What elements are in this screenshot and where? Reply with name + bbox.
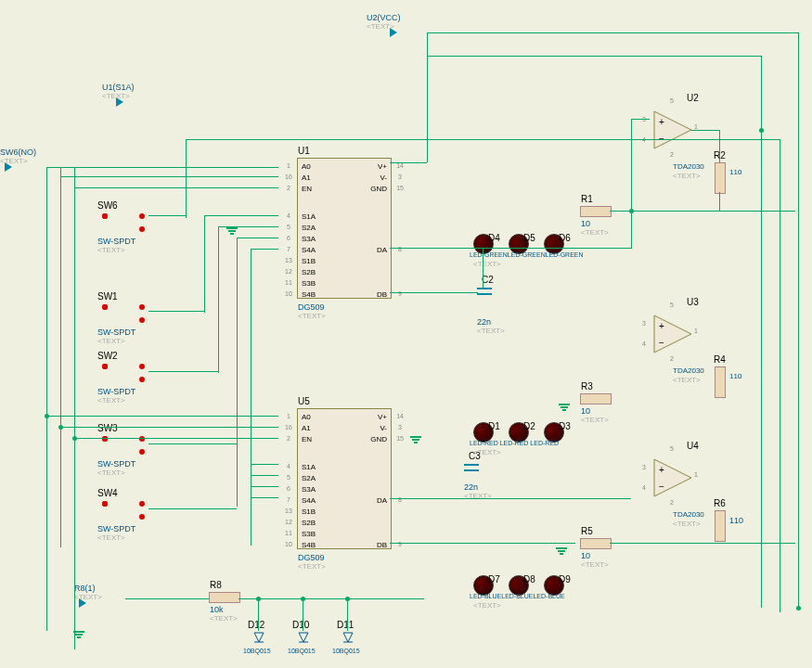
switch-sw1[interactable]: SW1 SW-SPDT <TEXT>: [102, 304, 158, 323]
resistor-r2[interactable]: R2 110: [715, 162, 726, 194]
switch-sw4[interactable]: SW4 SW-SPDT <TEXT>: [102, 501, 158, 520]
wire: [631, 119, 650, 120]
led-ref: D9: [559, 574, 571, 584]
wire: [237, 238, 278, 238]
terminal-label: SW6(NO): [0, 148, 36, 157]
placeholder: <TEXT>: [473, 601, 501, 610]
diode-d12[interactable]: D12 10BQ015: [252, 631, 265, 648]
wire: [148, 215, 186, 216]
ic-part: DG509: [298, 553, 325, 562]
svg-marker-11: [299, 633, 308, 642]
res-ref: R6: [714, 498, 726, 508]
terminal-r8-1[interactable]: R8(1) <TEXT>: [79, 598, 125, 610]
diode-d11[interactable]: D11 10BQ015: [342, 631, 354, 648]
pin-label: S2B: [302, 519, 316, 527]
terminal-sw6no[interactable]: SW6(NO) <TEXT>: [5, 162, 51, 173]
junction: [72, 436, 77, 441]
switch-sw2[interactable]: SW2 SW-SPDT <TEXT>: [102, 364, 158, 382]
pin-label: GND: [370, 435, 387, 443]
ic-part: DG509: [298, 302, 325, 312]
resistor-r8[interactable]: R8 10k <TEXT>: [209, 592, 240, 603]
led-part-row2: LED-RED LED-RED LED-RED: [470, 440, 559, 446]
switch-sw6[interactable]: SW6 SW-SPDT <TEXT>: [102, 213, 158, 232]
diode-d10[interactable]: D10 10BQ015: [297, 631, 310, 648]
wire: [719, 130, 720, 162]
pin-label: V+: [378, 413, 387, 421]
placeholder: <TEXT>: [97, 533, 125, 542]
opamp-u2[interactable]: +− U2 34 52 1 TDA2030 <TEXT>: [650, 107, 696, 153]
ic-u1[interactable]: U1 A0 1 A1 16 EN 2 V+ 14 V- 3 GND 15 S1A…: [297, 158, 392, 299]
placeholder: <TEXT>: [97, 337, 125, 345]
pin-label: EN: [302, 435, 312, 443]
pin-label: A0: [302, 162, 311, 171]
res-value: 10: [581, 551, 590, 560]
cap-c2[interactable]: C2 22n <TEXT>: [477, 288, 492, 291]
svg-text:+: +: [659, 465, 664, 475]
diode-part: 10BQ015: [332, 648, 360, 654]
cap-c3[interactable]: C3 22n <TEXT>: [464, 464, 479, 468]
cap-value: 22n: [464, 482, 478, 492]
resistor-r6[interactable]: R6 110: [715, 510, 726, 542]
switch-part: SW-SPDT: [97, 237, 135, 246]
diode-part: 10BQ015: [243, 648, 271, 654]
wire: [186, 139, 187, 218]
placeholder: <TEXT>: [581, 416, 609, 424]
res-value: 110: [729, 372, 741, 380]
pin-label: S3A: [302, 235, 316, 243]
pin-label: S4B: [302, 541, 316, 549]
opamp-u4[interactable]: +− U4 34 52 1 TDA2030 <TEXT>: [650, 455, 696, 501]
switch-sw3[interactable]: SW3 SW-SPDT <TEXT>: [102, 436, 158, 455]
pin-label: S4B: [302, 290, 316, 299]
led-ref: D6: [559, 233, 571, 243]
placeholder: <TEXT>: [581, 560, 609, 569]
pin-label: A1: [302, 424, 311, 432]
pin-label: S1A: [302, 463, 316, 471]
terminal-u1s1a[interactable]: U1(S1A) <TEXT>: [116, 97, 162, 109]
res-ref: R3: [581, 381, 593, 392]
wire: [483, 248, 483, 289]
opamp-part: TDA2030: [673, 366, 704, 375]
wire: [303, 598, 303, 631]
pin-label: GND: [370, 185, 387, 193]
gnd-symbol: [406, 436, 425, 447]
led-ref: D5: [523, 233, 535, 243]
resistor-r5[interactable]: R5 10 <TEXT>: [580, 538, 612, 549]
led-ref: D8: [523, 574, 535, 584]
pin-label: S2A: [302, 224, 316, 232]
placeholder: <TEXT>: [581, 228, 609, 237]
switch-ref: SW1: [97, 291, 118, 302]
terminal-u2vcc[interactable]: U2(VCC) <TEXT>: [390, 28, 436, 39]
wire: [186, 139, 780, 140]
switch-ref: SW4: [97, 488, 118, 498]
placeholder: <TEXT>: [210, 614, 238, 623]
wire: [390, 292, 478, 293]
pin-label: V-: [380, 173, 387, 182]
placeholder: <TEXT>: [102, 92, 130, 100]
junction: [345, 597, 350, 601]
junction: [759, 128, 764, 133]
led-part-row1: LED-GREENLED-GREENLED-GREEN: [470, 251, 584, 258]
resistor-r1[interactable]: R1 10 <TEXT>: [580, 206, 612, 217]
wire: [631, 139, 650, 140]
schematic-canvas[interactable]: U2(VCC) <TEXT> U1(S1A) <TEXT> SW6(NO) <T…: [0, 0, 812, 668]
placeholder: <TEXT>: [298, 562, 326, 571]
wire: [60, 427, 278, 428]
wire: [251, 249, 278, 250]
placeholder: <TEXT>: [97, 396, 125, 405]
switch-ref: SW6: [97, 200, 118, 211]
svg-text:+: +: [659, 117, 664, 127]
resistor-r4[interactable]: R4 110: [715, 366, 726, 398]
opamp-u3[interactable]: +− U3 34 52 1 TDA2030 <TEXT>: [650, 311, 696, 357]
wire: [258, 598, 259, 631]
ic-ref: U1: [298, 146, 310, 156]
wire: [237, 238, 238, 507]
wire: [390, 248, 631, 249]
svg-text:+: +: [659, 321, 664, 331]
res-ref: R5: [581, 526, 593, 536]
ic-u5[interactable]: U5 A01 A116 EN2 V+14 V-3 GND15 S1A4 S2A5…: [297, 408, 392, 549]
gnd-symbol: [552, 547, 571, 559]
wire: [148, 443, 237, 444]
cap-value: 22n: [477, 317, 491, 327]
wire: [427, 32, 798, 33]
resistor-r3[interactable]: R3 10 <TEXT>: [580, 393, 612, 405]
